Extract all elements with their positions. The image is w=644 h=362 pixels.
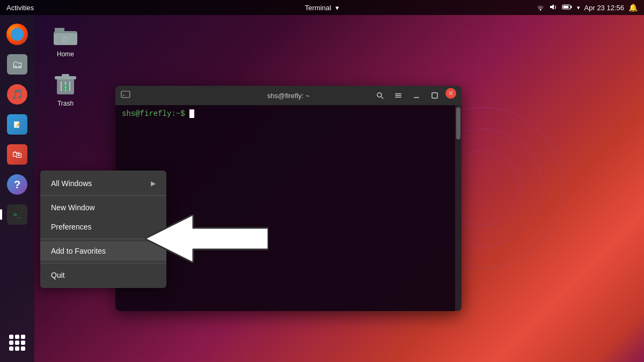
terminal-maximize-button[interactable]	[427, 88, 442, 103]
svg-rect-19	[395, 93, 401, 94]
trash-icon-label: Trash	[57, 100, 74, 107]
writer-icon: 📝	[7, 114, 27, 135]
home-folder-icon: ⌂	[52, 20, 79, 48]
wifi-icon[interactable]	[536, 3, 545, 12]
menu-separator-3	[40, 263, 166, 263]
svg-text:⌂: ⌂	[63, 33, 69, 44]
dock-item-terminal[interactable]: >_	[4, 202, 30, 227]
add-to-favorites-label: Add to Favorites	[51, 247, 106, 255]
svg-point-17	[377, 93, 382, 97]
system-menu-icon[interactable]: ▾	[577, 4, 580, 11]
svg-line-18	[382, 97, 384, 99]
trash-folder-icon: ♻	[52, 70, 79, 98]
firefox-icon	[6, 24, 28, 45]
bell-icon[interactable]: 🔔	[628, 3, 638, 12]
desktop-icon-home[interactable]: ⌂ Home	[44, 20, 87, 58]
topbar-right: ▾ Apr 23 12:56 🔔	[536, 3, 638, 12]
svg-rect-20	[395, 95, 401, 96]
terminal-window: >_ shs@firefly: ~	[115, 86, 462, 311]
context-menu-item-all-windows[interactable]: All Windows ▶	[40, 174, 166, 193]
dock-item-appstore[interactable]: 🛍	[4, 142, 30, 167]
topbar-center: Terminal ▾	[305, 4, 339, 12]
dock-item-show-apps[interactable]	[4, 330, 30, 356]
terminal-content: shs@firefly:~$	[115, 105, 462, 122]
svg-rect-22	[414, 97, 419, 98]
dock: 🗂 🎵 📝 🛍 ? >_	[0, 15, 34, 362]
home-icon-label: Home	[57, 50, 74, 58]
terminal-scrollbar[interactable]	[455, 105, 462, 311]
svg-rect-3	[563, 6, 568, 9]
quit-label: Quit	[51, 271, 65, 279]
svg-rect-2	[570, 6, 572, 8]
topbar-left: Activities	[6, 4, 34, 12]
active-app-label[interactable]: Terminal	[305, 4, 331, 12]
terminal-minimize-button[interactable]	[409, 88, 424, 103]
rhythmbox-icon: 🎵	[7, 84, 27, 105]
terminal-controls: ✕	[372, 88, 456, 103]
svg-marker-0	[550, 4, 554, 10]
help-icon: ?	[7, 174, 27, 195]
battery-icon[interactable]	[562, 3, 573, 12]
terminal-search-button[interactable]	[372, 88, 387, 103]
active-app-arrow[interactable]: ▾	[335, 4, 339, 12]
context-menu-item-preferences[interactable]: Preferences	[40, 217, 166, 237]
terminal-menu-button[interactable]	[391, 88, 406, 103]
terminal-dock-icon: >_	[7, 204, 27, 225]
datetime-label[interactable]: Apr 23 12:56	[584, 4, 624, 12]
activities-button[interactable]: Activities	[6, 4, 34, 12]
terminal-titlebar: >_ shs@firefly: ~	[115, 86, 462, 105]
svg-rect-21	[395, 97, 401, 98]
context-menu-item-quit[interactable]: Quit	[40, 265, 166, 285]
dock-item-rhythmbox[interactable]: 🎵	[4, 82, 30, 107]
sound-icon[interactable]	[549, 3, 558, 12]
svg-text:>_: >_	[122, 93, 127, 98]
terminal-scrollbar-thumb[interactable]	[456, 107, 460, 139]
context-menu-item-add-to-favorites[interactable]: Add to Favorites	[40, 241, 166, 261]
topbar: Activities Terminal ▾	[0, 0, 644, 15]
terminal-cursor	[189, 109, 194, 118]
context-menu: All Windows ▶ New Window Preferences Add…	[40, 171, 166, 288]
menu-separator-1	[40, 195, 166, 196]
new-window-label: New Window	[51, 203, 95, 212]
appstore-icon: 🛍	[7, 144, 27, 165]
all-windows-arrow: ▶	[151, 180, 156, 187]
desktop-icon-trash[interactable]: ♻ Trash	[44, 70, 87, 107]
all-windows-label: All Windows	[51, 179, 92, 188]
terminal-title-icon: >_	[121, 90, 130, 101]
grid-icon	[7, 333, 27, 353]
terminal-prompt: shs@firefly:~$	[122, 109, 189, 118]
terminal-close-button[interactable]: ✕	[445, 88, 456, 99]
dock-item-files[interactable]: 🗂	[4, 51, 30, 77]
svg-rect-10	[62, 74, 69, 77]
dock-item-firefox[interactable]	[4, 21, 30, 47]
svg-rect-23	[432, 93, 437, 98]
menu-separator-2	[40, 239, 166, 239]
dock-item-help[interactable]: ?	[4, 172, 30, 197]
files-icon: 🗂	[7, 54, 27, 75]
preferences-label: Preferences	[51, 223, 91, 231]
svg-text:♻: ♻	[62, 83, 69, 92]
svg-rect-6	[55, 28, 64, 33]
terminal-title-text: shs@firefly: ~	[267, 92, 310, 100]
desktop: Activities Terminal ▾	[0, 0, 644, 362]
context-menu-item-new-window[interactable]: New Window	[40, 198, 166, 217]
dock-item-writer[interactable]: 📝	[4, 112, 30, 137]
